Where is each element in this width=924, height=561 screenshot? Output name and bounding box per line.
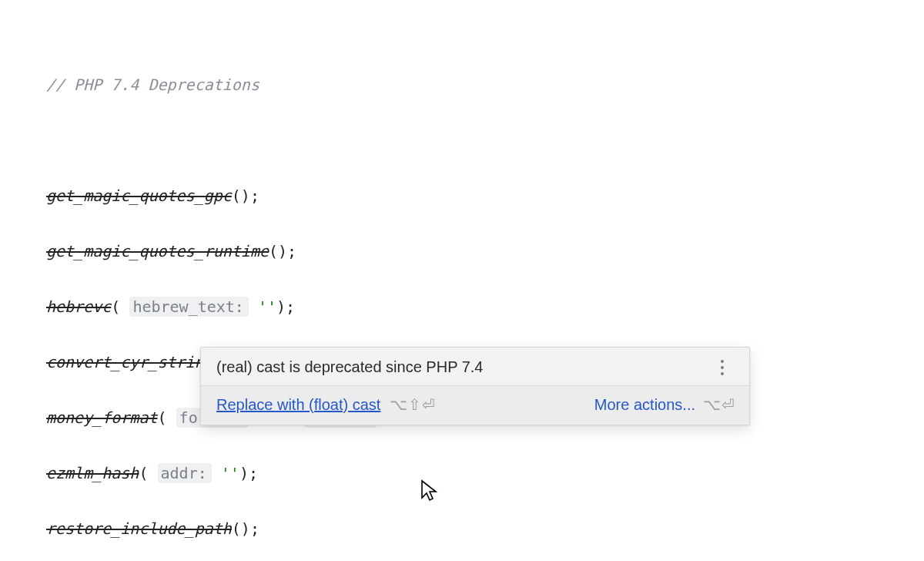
svg-point-1 — [721, 366, 724, 369]
deprecated-fn: convert_cyr_string — [46, 353, 213, 371]
shortcut-hint: ⌥⇧⏎ — [390, 395, 436, 414]
more-actions-link[interactable]: More actions... — [594, 396, 695, 414]
inspection-tooltip: (real) cast is deprecated since PHP 7.4 … — [200, 347, 750, 425]
code-line: // PHP 7.4 Deprecations — [46, 71, 878, 99]
tooltip-actions: Replace with (float) cast ⌥⇧⏎ More actio… — [201, 385, 749, 425]
tooltip-header: (real) cast is deprecated since PHP 7.4 — [201, 348, 749, 385]
deprecated-fn: restore_include_path — [46, 519, 232, 538]
deprecated-fn: get_magic_quotes_gpc — [46, 186, 232, 205]
code-line: get_magic_quotes_gpc(); — [46, 182, 878, 210]
deprecated-fn: hebrevc — [46, 297, 111, 316]
param-hint: addr: — [158, 463, 212, 483]
code-line: get_magic_quotes_runtime(); — [46, 237, 878, 265]
code-line: restore_include_path(); — [46, 515, 878, 543]
tooltip-message: (real) cast is deprecated since PHP 7.4 — [216, 358, 720, 376]
comment: // PHP 7.4 Deprecations — [46, 76, 259, 94]
deprecated-fn: get_magic_quotes_runtime — [46, 242, 269, 260]
code-line: ezmlm_hash( addr: ''); — [46, 459, 878, 487]
blank-line — [46, 126, 878, 154]
kebab-icon[interactable] — [720, 359, 735, 376]
svg-point-0 — [721, 360, 724, 363]
svg-point-2 — [721, 372, 724, 375]
code-line: hebrevc( hebrew_text: ''); — [46, 293, 878, 321]
param-hint: hebrew_text: — [129, 297, 249, 317]
shortcut-hint: ⌥⏎ — [703, 395, 735, 414]
code-editor[interactable]: // PHP 7.4 Deprecations get_magic_quotes… — [0, 0, 924, 561]
deprecated-fn: money_format — [46, 408, 158, 427]
deprecated-fn: ezmlm_hash — [46, 464, 139, 482]
quick-fix-link[interactable]: Replace with (float) cast — [216, 396, 380, 414]
